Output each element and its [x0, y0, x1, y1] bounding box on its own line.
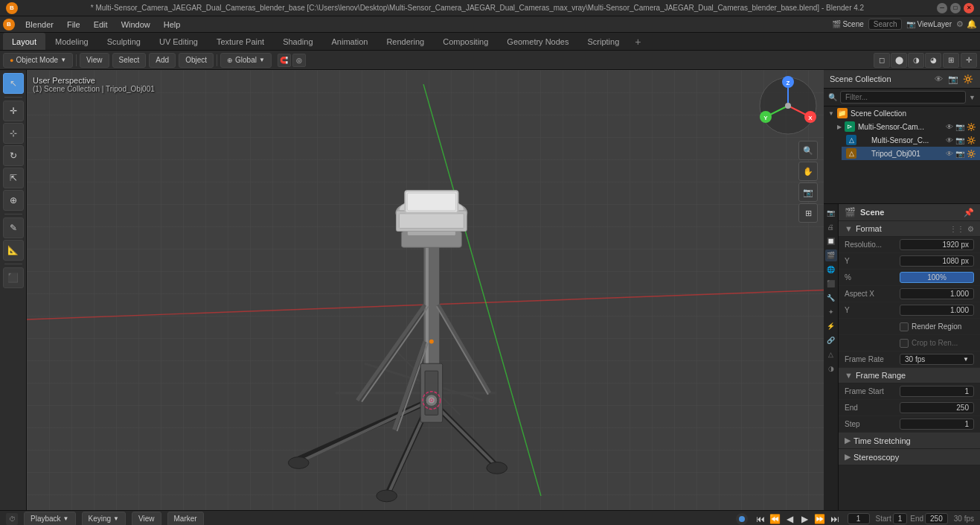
mode-selector[interactable]: ● Object Mode ▼: [3, 53, 73, 68]
render-icon-3[interactable]: 📷: [955, 150, 964, 158]
exclude-icon-1[interactable]: 🔆: [967, 123, 976, 131]
tab-geometry-nodes[interactable]: Geometry Nodes: [498, 33, 577, 50]
visibility-icon-1[interactable]: 👁: [946, 123, 953, 131]
rotate-tool-btn[interactable]: ↻: [3, 145, 24, 166]
measure-tool-btn[interactable]: 📐: [3, 240, 24, 261]
crop-check[interactable]: [900, 339, 909, 348]
menu-help[interactable]: Help: [158, 19, 187, 31]
keying-menu-btn[interactable]: Keying ▼: [82, 512, 126, 526]
resolution-x-input[interactable]: 1920 px: [900, 239, 974, 250]
3d-viewport[interactable]: User Perspective (1) Scene Collection | …: [27, 70, 824, 510]
exclude-icon-3[interactable]: 🔆: [967, 150, 976, 158]
end-value[interactable]: 250: [900, 402, 974, 413]
render-icon-1[interactable]: 📷: [955, 123, 964, 131]
step-forward-btn[interactable]: ⏩: [813, 512, 827, 526]
resolution-pct-input[interactable]: 100%: [900, 272, 974, 283]
render-region-checkbox[interactable]: Render Region: [900, 322, 961, 331]
resolution-y-input[interactable]: 1080 px: [900, 255, 974, 267]
view-layer-props-icon[interactable]: 🔲: [825, 235, 837, 247]
tab-sculpting[interactable]: Sculpting: [98, 33, 150, 50]
tab-shading[interactable]: Shading: [274, 33, 321, 50]
format-menu-icon[interactable]: ⋮⋮: [949, 225, 964, 233]
tab-compositing[interactable]: Compositing: [434, 33, 497, 50]
data-props-icon[interactable]: △: [825, 349, 837, 360]
stereoscopy-section-header[interactable]: ▶ Stereoscopy: [839, 449, 980, 465]
zoom-to-fit-btn[interactable]: 🔍: [798, 141, 818, 160]
format-settings-icon[interactable]: ⚙: [967, 225, 974, 233]
frame-rate-dropdown[interactable]: 30 fps ▼: [900, 354, 974, 365]
outliner-item-tripod[interactable]: △ Tripod_Obj001 👁 📷 🔆: [842, 147, 980, 160]
step-value[interactable]: 1: [900, 419, 974, 430]
gizmo-btn[interactable]: ✛: [961, 53, 977, 68]
frame-start-input[interactable]: 1: [900, 386, 974, 397]
topbar-icon1[interactable]: ⚙: [956, 19, 964, 29]
outliner-search-input[interactable]: [840, 91, 966, 104]
jump-start-btn[interactable]: ⏮: [754, 512, 767, 526]
exclude-icon-2[interactable]: 🔆: [967, 136, 976, 144]
rendered-btn[interactable]: ◕: [925, 53, 941, 68]
view-menu-btn[interactable]: View: [80, 53, 109, 68]
add-menu-btn[interactable]: Add: [149, 53, 176, 68]
tab-animation[interactable]: Animation: [323, 33, 377, 50]
menu-blender[interactable]: Blender: [19, 19, 60, 31]
outliner-item-mesh-1[interactable]: △ Multi-Sensor_C... 👁 📷 🔆: [842, 133, 980, 147]
outliner-item-camera-parent[interactable]: ▶ ⊳ Multi-Sensor-Cam... 👁 📷 🔆: [833, 120, 980, 133]
add-workspace-button[interactable]: +: [629, 34, 647, 49]
transform-selector[interactable]: ⊕ Global ▼: [220, 53, 272, 68]
render-props-icon[interactable]: 📷: [825, 207, 837, 219]
menu-window[interactable]: Window: [115, 19, 156, 31]
annotate-tool-btn[interactable]: ✎: [3, 217, 24, 238]
outliner-filter-btn[interactable]: 👁: [932, 73, 944, 85]
aspect-y-input[interactable]: 1.000: [900, 305, 974, 316]
aspect-x-value[interactable]: 1.000: [900, 288, 974, 299]
tab-rendering[interactable]: Rendering: [377, 33, 433, 50]
menu-edit[interactable]: Edit: [88, 19, 114, 31]
play-back-btn[interactable]: ◀: [784, 512, 797, 526]
viewport-overlay-btn[interactable]: ⊞: [943, 53, 959, 68]
visibility-icon-2[interactable]: 👁: [946, 136, 953, 144]
camera-view-btn[interactable]: 📷: [798, 182, 818, 202]
timeline-view-btn[interactable]: View: [132, 512, 161, 526]
playback-menu-btn[interactable]: Playback ▼: [24, 512, 76, 526]
jump-end-btn[interactable]: ⏭: [828, 512, 842, 526]
object-props-icon[interactable]: ⬛: [825, 278, 837, 290]
world-props-icon[interactable]: 🌐: [825, 264, 837, 276]
end-frame-input[interactable]: 250: [925, 513, 948, 524]
tab-modeling[interactable]: Modeling: [46, 33, 97, 50]
object-menu-btn[interactable]: Object: [179, 53, 214, 68]
outliner-camera-btn[interactable]: 📷: [947, 73, 959, 85]
maximize-button[interactable]: □: [950, 3, 961, 13]
tab-texture-paint[interactable]: Texture Paint: [208, 33, 273, 50]
select-menu-btn[interactable]: Select: [112, 53, 147, 68]
pan-btn[interactable]: ✋: [798, 162, 818, 181]
tab-uv-editing[interactable]: UV Editing: [150, 33, 207, 50]
resolution-x-value[interactable]: 1920 px: [900, 239, 974, 250]
modifier-props-icon[interactable]: 🔧: [825, 292, 837, 304]
close-button[interactable]: ✕: [964, 3, 974, 13]
snap-icon[interactable]: 🧲: [278, 54, 291, 67]
tab-scripting[interactable]: Scripting: [578, 33, 628, 50]
cursor-tool-btn[interactable]: ✛: [3, 101, 24, 121]
output-props-icon[interactable]: 🖨: [825, 221, 837, 233]
solid-btn[interactable]: ⬤: [891, 53, 907, 68]
frame-start-value[interactable]: 1: [900, 386, 974, 397]
menu-file[interactable]: File: [61, 19, 86, 31]
step-input[interactable]: 1: [900, 419, 974, 430]
end-input[interactable]: 250: [900, 402, 974, 413]
render-region-check[interactable]: [900, 322, 909, 331]
transform-tool-btn[interactable]: ⊕: [3, 190, 24, 211]
wireframe-btn[interactable]: ◻: [874, 53, 890, 68]
render-icon-2[interactable]: 📷: [955, 136, 964, 144]
select-tool-btn[interactable]: ↖: [3, 73, 24, 94]
scene-props-icon[interactable]: 🎬: [825, 249, 837, 261]
current-frame-display[interactable]: 1: [848, 513, 870, 524]
add-cube-btn[interactable]: ⬛: [3, 267, 24, 288]
scale-tool-btn[interactable]: ⇱: [3, 168, 24, 188]
format-section-header[interactable]: ▼ Format ⋮⋮ ⚙: [839, 221, 980, 237]
time-stretching-section-header[interactable]: ▶ Time Stretching: [839, 433, 980, 449]
crop-checkbox[interactable]: Crop to Ren...: [900, 339, 958, 348]
outliner-item-collection[interactable]: ▼ 📁 Scene Collection: [824, 106, 980, 120]
search-input-menu[interactable]: Search: [874, 20, 897, 28]
tab-layout[interactable]: Layout: [3, 33, 45, 50]
aspect-x-input[interactable]: 1.000: [900, 288, 974, 299]
